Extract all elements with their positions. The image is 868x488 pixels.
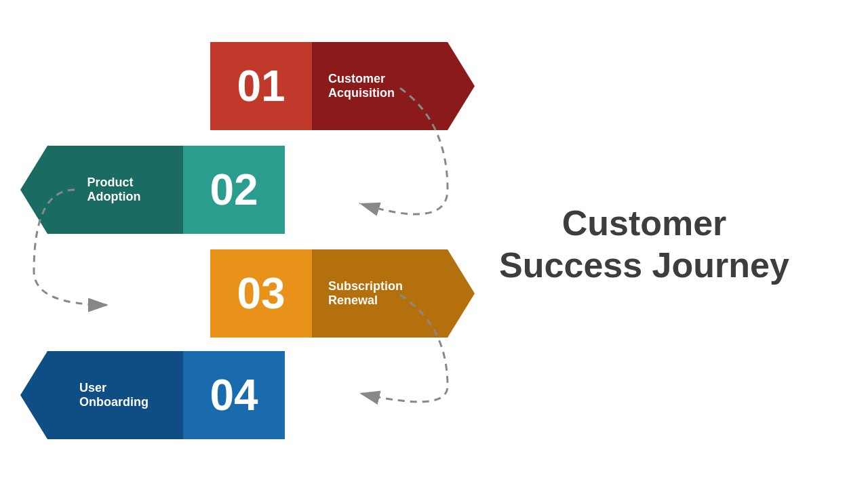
step-3: 03 Subscription Renewal	[210, 249, 475, 338]
step-2-label: Product Adoption	[20, 146, 183, 234]
step-2-number: 02	[183, 146, 285, 234]
step-4-arrow: User Onboarding	[20, 351, 183, 439]
step-1-label: Customer Acquisition	[312, 42, 475, 130]
step-1: 01 Customer Acquisition	[210, 42, 475, 130]
step-1-arrow: Customer Acquisition	[312, 42, 475, 130]
step-1-number: 01	[210, 42, 312, 130]
diagram-area: 01 Customer Acquisition Product Adoption…	[0, 0, 461, 488]
step-2: Product Adoption 02	[20, 146, 285, 234]
main-container: 01 Customer Acquisition Product Adoption…	[0, 0, 868, 488]
step-3-number: 03	[210, 249, 312, 338]
step-4: User Onboarding 04	[20, 351, 285, 439]
step-3-label: Subscription Renewal	[312, 249, 475, 338]
step-4-number: 04	[183, 351, 285, 439]
step-3-arrow: Subscription Renewal	[312, 249, 475, 338]
title-area: Customer Success Journey	[461, 202, 868, 287]
page-title: Customer Success Journey	[499, 202, 789, 287]
step-4-label: User Onboarding	[20, 351, 183, 439]
step-2-arrow: Product Adoption	[20, 146, 183, 234]
